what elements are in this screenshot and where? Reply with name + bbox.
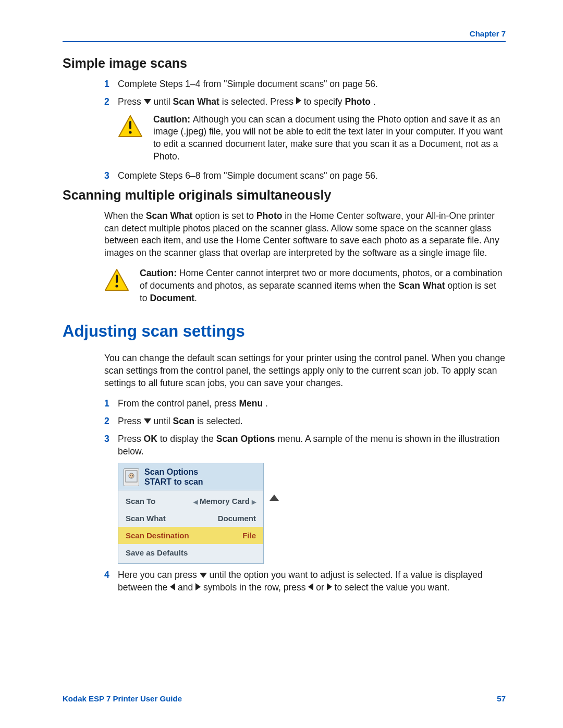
text-fragment: . xyxy=(194,293,197,303)
left-arrow-icon: ◀ xyxy=(193,499,198,505)
list-marker: 2 xyxy=(104,415,118,428)
svg-marker-15 xyxy=(170,583,175,590)
text-fragment: Press xyxy=(118,96,144,107)
text-fragment: is selected. Press xyxy=(222,96,296,107)
text-fragment: Press xyxy=(118,434,144,444)
caution-text: Caution: Home Center cannot interpret tw… xyxy=(140,267,506,304)
text-fragment: is selected. xyxy=(197,416,243,426)
paragraph: You can change the default scan settings… xyxy=(104,352,506,389)
caution-label: Caution: xyxy=(153,114,193,125)
svg-rect-3 xyxy=(129,121,131,129)
menu-title1: Scan Options xyxy=(144,467,203,477)
text-fragment: to specify xyxy=(304,96,345,107)
text-fragment: until xyxy=(153,416,173,426)
svg-marker-1 xyxy=(296,97,301,104)
step-text: Complete Steps 1–4 from "Simple document… xyxy=(118,78,506,91)
footer-title: Kodak ESP 7 Printer User Guide xyxy=(63,694,182,703)
left-arrow-icon xyxy=(170,582,175,594)
menu-header: Scan Options START to scan xyxy=(118,463,264,490)
text-fragment: to display the xyxy=(160,434,216,444)
text-fragment: . xyxy=(265,398,268,409)
svg-marker-14 xyxy=(200,573,207,578)
caution-icon xyxy=(104,284,129,293)
text-fragment: and xyxy=(178,582,195,593)
text-bold: Scan What xyxy=(146,211,192,221)
svg-point-7 xyxy=(115,285,118,288)
heading-adjusting-scan-settings: Adjusting scan settings xyxy=(63,322,506,341)
svg-marker-13 xyxy=(270,495,279,501)
list-marker: 4 xyxy=(104,569,118,594)
menu-scroll-up-icon xyxy=(270,493,279,503)
menu-row-label: Scan To xyxy=(126,497,155,505)
scan-options-menu: Scan Options START to scan Scan To ◀ Mem… xyxy=(118,463,264,564)
caution-text: Caution: Although you can scan a documen… xyxy=(153,114,506,163)
right-arrow-icon xyxy=(296,95,301,108)
step-text: Press until Scan is selected. xyxy=(118,415,506,428)
caution-label: Caution: xyxy=(140,268,179,278)
svg-marker-18 xyxy=(327,583,332,590)
step-text: Press OK to display the Scan Options men… xyxy=(118,433,506,458)
svg-rect-6 xyxy=(116,275,118,283)
list-marker: 1 xyxy=(104,398,118,410)
menu-row-value: File xyxy=(242,531,256,540)
svg-point-12 xyxy=(132,475,133,476)
svg-marker-17 xyxy=(308,583,313,590)
menu-row-scan-what: Scan What Document xyxy=(118,510,263,527)
down-arrow-icon xyxy=(144,95,151,108)
paragraph: When the Scan What option is set to Phot… xyxy=(104,210,506,260)
menu-row-save-defaults: Save as Defaults xyxy=(118,544,263,561)
svg-marker-0 xyxy=(144,99,151,104)
down-arrow-icon xyxy=(200,569,207,582)
text-fragment: until xyxy=(153,96,173,107)
svg-marker-8 xyxy=(144,418,151,424)
svg-point-11 xyxy=(130,475,131,476)
text-fragment: . xyxy=(373,96,376,107)
text-fragment: or xyxy=(316,582,326,593)
right-arrow-icon xyxy=(327,582,332,594)
text-fragment: Although you can scan a document using t… xyxy=(153,114,503,162)
text-bold: OK xyxy=(144,434,157,444)
caution-icon xyxy=(118,130,143,139)
text-bold: Scan xyxy=(173,416,194,426)
text-fragment: Press xyxy=(118,416,144,426)
menu-title2: START to scan xyxy=(144,477,203,487)
text-fragment: From the control panel, press xyxy=(118,398,239,409)
text-bold: Scan What xyxy=(398,280,445,291)
menu-row-scan-to: Scan To ◀ Memory Card ▶ xyxy=(118,492,263,510)
text-bold: Menu xyxy=(239,398,263,409)
list-marker: 1 xyxy=(104,78,118,91)
left-arrow-icon xyxy=(308,582,313,594)
step-text: Complete Steps 6–8 from "Simple document… xyxy=(118,170,506,182)
list-marker: 2 xyxy=(104,96,118,108)
menu-row-label: Scan Destination xyxy=(126,531,189,540)
heading-scanning-multiple: Scanning multiple originals simultaneous… xyxy=(63,188,506,203)
list-marker: 3 xyxy=(104,433,118,458)
right-arrow-icon xyxy=(195,582,201,594)
text-fragment: Here you can press xyxy=(118,570,200,580)
text-bold: Scan Options xyxy=(216,434,275,444)
step-text: Press until Scan What is selected. Press… xyxy=(118,96,506,108)
page-number: 57 xyxy=(497,694,506,703)
menu-row-value: Memory Card xyxy=(200,497,250,505)
list-marker: 3 xyxy=(104,170,118,182)
heading-simple-image-scans: Simple image scans xyxy=(63,56,506,71)
menu-photo-icon xyxy=(124,468,139,486)
down-arrow-icon xyxy=(144,415,151,427)
menu-row-value: Document xyxy=(218,514,256,523)
step-text: Here you can press until the option you … xyxy=(118,569,506,594)
text-bold: Photo xyxy=(256,211,283,221)
menu-row-label: Save as Defaults xyxy=(126,548,188,557)
text-fragment: option is set to xyxy=(195,211,256,221)
text-bold: Scan What xyxy=(173,96,219,107)
svg-point-4 xyxy=(129,131,131,133)
text-fragment: When the xyxy=(104,211,146,221)
menu-row-scan-destination: Scan Destination File xyxy=(118,527,263,544)
text-bold: Photo xyxy=(345,96,371,107)
step-text: From the control panel, press Menu . xyxy=(118,398,506,410)
text-fragment: symbols in the row, press xyxy=(203,582,308,593)
text-bold: Document xyxy=(150,293,194,303)
text-fragment: to select the value you want. xyxy=(335,582,450,593)
chapter-header: Chapter 7 xyxy=(63,29,506,42)
menu-row-label: Scan What xyxy=(126,514,166,523)
svg-marker-16 xyxy=(195,583,201,590)
